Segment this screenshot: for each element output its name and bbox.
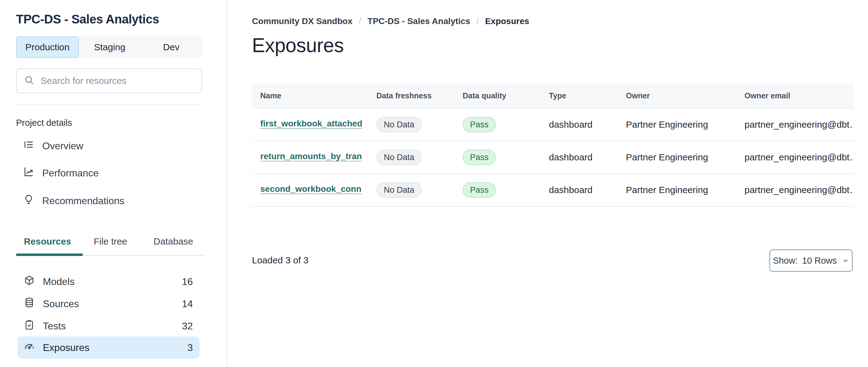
breadcrumb-current: Exposures: [485, 16, 529, 26]
loaded-status: Loaded 3 of 3: [252, 255, 309, 265]
sidebar-item-sources[interactable]: Sources 14: [18, 293, 199, 315]
page-title: Exposures: [252, 34, 344, 57]
search-icon: [24, 75, 34, 87]
owner-email-cell: partner_engineering@dbt…: [736, 119, 854, 130]
column-header-type: Type: [540, 91, 618, 100]
chevron-down-icon: [842, 257, 849, 264]
tab-database[interactable]: Database: [142, 233, 205, 250]
sidebar-item-label: Recommendations: [42, 195, 124, 207]
column-header-owner-email: Owner email: [736, 91, 854, 100]
sidebar-divider: [16, 105, 202, 105]
breadcrumb: Community DX Sandbox / TPC-DS - Sales An…: [252, 16, 529, 27]
exposure-name-link[interactable]: second_workbook_conn…: [260, 184, 362, 194]
chart-line-icon: [23, 166, 34, 180]
resource-count: 32: [182, 320, 193, 332]
column-header-data-freshness: Data freshness: [368, 91, 454, 100]
owner-email-cell: partner_engineering@dbt…: [736, 152, 854, 163]
table-row: first_workbook_attached… No Data Pass da…: [252, 109, 854, 141]
sidebar-item-label: Sources: [43, 298, 79, 310]
sidebar-item-label: Tests: [43, 320, 66, 332]
breadcrumb-separator: /: [476, 16, 479, 27]
sidebar-item-partial[interactable]: [18, 365, 199, 367]
breadcrumb-separator: /: [359, 16, 361, 27]
tab-file-tree[interactable]: File tree: [79, 233, 142, 250]
sidebar: TPC-DS - Sales Analytics Production Stag…: [0, 0, 227, 367]
lightbulb-icon: [23, 194, 34, 207]
sidebar-item-recommendations[interactable]: Recommendations: [23, 193, 124, 208]
sidebar-item-label: Models: [43, 276, 74, 287]
owner-cell: Partner Engineering: [618, 185, 736, 195]
exposures-table: Name Data freshness Data quality Type Ow…: [252, 83, 854, 207]
type-cell: dashboard: [540, 119, 618, 130]
column-header-data-quality: Data quality: [454, 91, 540, 100]
dbt-explorer-app: TPC-DS - Sales Analytics Production Stag…: [0, 0, 868, 367]
clipboard-check-icon: [24, 319, 35, 333]
cube-icon: [24, 275, 35, 288]
sidebar-item-label: Exposures: [43, 342, 89, 354]
sidebar-item-performance[interactable]: Performance: [23, 166, 99, 180]
table-header-row: Name Data freshness Data quality Type Ow…: [252, 83, 854, 109]
database-icon: [24, 297, 35, 311]
environment-tabs: Production Staging Dev: [16, 36, 202, 58]
freshness-badge: No Data: [376, 182, 422, 198]
quality-badge: Pass: [463, 149, 496, 165]
sidebar-view-tabs: Resources File tree Database: [16, 233, 205, 250]
project-title: TPC-DS - Sales Analytics: [16, 12, 159, 26]
type-cell: dashboard: [540, 152, 618, 163]
type-cell: dashboard: [540, 185, 618, 195]
table-row: return_amounts_by_tran… No Data Pass das…: [252, 141, 854, 174]
sidebar-item-overview[interactable]: Overview: [23, 139, 83, 153]
resource-search[interactable]: [16, 68, 202, 93]
freshness-badge: No Data: [376, 149, 422, 165]
breadcrumb-account[interactable]: Community DX Sandbox: [252, 16, 353, 26]
env-tab-staging[interactable]: Staging: [79, 36, 141, 58]
tab-resources[interactable]: Resources: [16, 233, 79, 250]
show-value: 10 Rows: [802, 256, 837, 266]
search-input[interactable]: [40, 75, 194, 86]
tabs-active-indicator: [16, 254, 83, 256]
exposure-name-link[interactable]: return_amounts_by_tran…: [260, 151, 362, 161]
resource-count: 14: [182, 298, 193, 310]
breadcrumb-project[interactable]: TPC-DS - Sales Analytics: [368, 16, 470, 26]
list-icon: [23, 139, 34, 153]
resource-count: 16: [182, 276, 193, 287]
quality-badge: Pass: [463, 117, 496, 132]
table-row: second_workbook_conn… No Data Pass dashb…: [252, 174, 854, 207]
rows-per-page-dropdown[interactable]: Show: 10 Rows: [769, 250, 852, 272]
exposure-name-link[interactable]: first_workbook_attached…: [260, 119, 362, 129]
owner-cell: Partner Engineering: [618, 152, 736, 163]
column-header-name: Name: [252, 91, 368, 100]
sidebar-item-label: Performance: [42, 167, 99, 179]
column-header-owner: Owner: [618, 91, 736, 100]
gauge-icon: [24, 341, 35, 355]
sidebar-item-exposures[interactable]: Exposures 3: [18, 336, 199, 359]
main-content: Community DX Sandbox / TPC-DS - Sales An…: [227, 0, 868, 367]
env-tab-production[interactable]: Production: [16, 36, 79, 58]
sidebar-item-label: Overview: [42, 140, 83, 152]
freshness-badge: No Data: [376, 117, 422, 132]
resource-count: 3: [187, 342, 193, 354]
sidebar-item-models[interactable]: Models 16: [18, 271, 199, 293]
quality-badge: Pass: [463, 182, 496, 198]
project-details-label: Project details: [16, 118, 72, 128]
owner-cell: Partner Engineering: [618, 119, 736, 130]
owner-email-cell: partner_engineering@dbt…: [736, 185, 854, 195]
env-tab-dev[interactable]: Dev: [141, 36, 202, 58]
show-label: Show:: [773, 256, 798, 266]
sidebar-item-tests[interactable]: Tests 32: [18, 315, 199, 337]
